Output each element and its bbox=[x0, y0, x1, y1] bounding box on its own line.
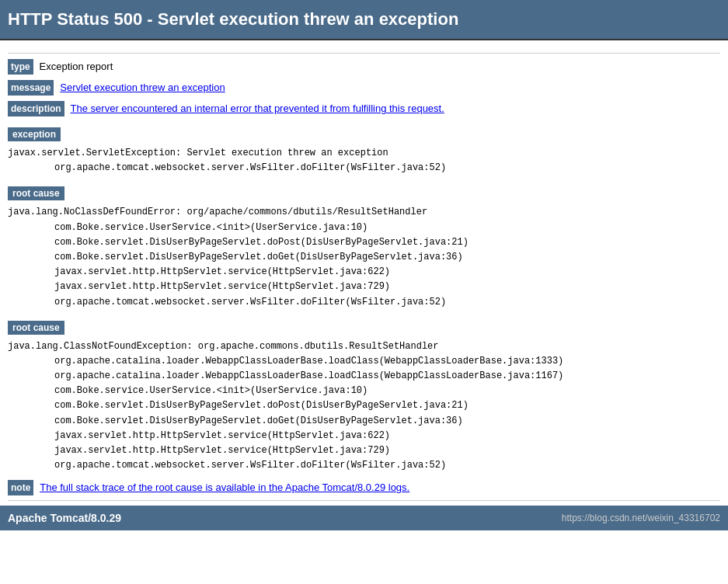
description-label: description bbox=[8, 101, 64, 116]
page-title: HTTP Status 500 - Servlet execution thre… bbox=[0, 0, 728, 40]
rc2-line-7: javax.servlet.http.HttpServlet.service(H… bbox=[54, 429, 720, 443]
message-label: message bbox=[8, 80, 54, 96]
type-label: type bbox=[8, 59, 33, 75]
rc2-line-5: com.Boke.servlet.DisUserByPageServlet.do… bbox=[54, 398, 720, 413]
rc1-line-7: org.apache.tomcat.websocket.server.WsFil… bbox=[54, 295, 720, 310]
root-cause-1-label: root cause bbox=[8, 186, 64, 200]
rc2-line-2: org.apache.catalina.loader.WebappClassLo… bbox=[54, 354, 720, 369]
rc2-line-8: javax.servlet.http.HttpServlet.service(H… bbox=[54, 443, 720, 458]
rc1-line-2: com.Boke.service.UserService.<init>(User… bbox=[54, 221, 720, 235]
footer-url: https://blog.csdn.net/weixin_43316702 bbox=[562, 513, 720, 523]
description-value: The server encountered an internal error… bbox=[71, 103, 444, 114]
rc1-line-5: javax.servlet.http.HttpServlet.service(H… bbox=[54, 265, 720, 280]
root-cause-1-stacktrace: java.lang.NoClassDefFoundError: org/apac… bbox=[8, 205, 720, 309]
rc2-line-6: com.Boke.servlet.DisUserByPageServlet.do… bbox=[54, 414, 720, 429]
type-row: type Exception report bbox=[8, 58, 720, 75]
description-row: description The server encountered an in… bbox=[8, 100, 720, 116]
note-link[interactable]: The full stack trace of the root cause i… bbox=[40, 481, 409, 493]
root-cause-2-label: root cause bbox=[8, 321, 64, 335]
exception-stacktrace: javax.servlet.ServletException: Servlet … bbox=[8, 146, 720, 176]
note-label: note bbox=[8, 480, 33, 495]
exception-line-1: javax.servlet.ServletException: Servlet … bbox=[8, 148, 388, 158]
footer: Apache Tomcat/8.0.29 https://blog.csdn.n… bbox=[0, 506, 728, 530]
rc1-line-3: com.Boke.servlet.DisUserByPageServlet.do… bbox=[54, 235, 720, 250]
root-cause-2-stacktrace: java.lang.ClassNotFoundException: org.ap… bbox=[8, 339, 720, 474]
rc2-line-3: org.apache.catalina.loader.WebappClassLo… bbox=[54, 369, 720, 384]
rc2-line-4: com.Boke.service.UserService.<init>(User… bbox=[54, 384, 720, 398]
rc1-line-6: javax.servlet.http.HttpServlet.service(H… bbox=[54, 280, 720, 294]
message-value[interactable]: Servlet execution threw an exception bbox=[60, 82, 225, 93]
exception-section-label: exception bbox=[8, 127, 61, 141]
exception-line-2: org.apache.tomcat.websocket.server.WsFil… bbox=[54, 161, 720, 176]
note-row: note The full stack trace of the root ca… bbox=[8, 479, 720, 495]
rc2-line-1: java.lang.ClassNotFoundException: org.ap… bbox=[8, 341, 439, 352]
footer-server: Apache Tomcat/8.0.29 bbox=[8, 512, 121, 524]
type-value: Exception report bbox=[40, 61, 113, 72]
message-row: message Servlet execution threw an excep… bbox=[8, 79, 720, 96]
rc2-line-9: org.apache.tomcat.websocket.server.WsFil… bbox=[54, 458, 720, 473]
rc1-line-1: java.lang.NoClassDefFoundError: org/apac… bbox=[8, 207, 427, 217]
rc1-line-4: com.Boke.servlet.DisUserByPageServlet.do… bbox=[54, 250, 720, 265]
